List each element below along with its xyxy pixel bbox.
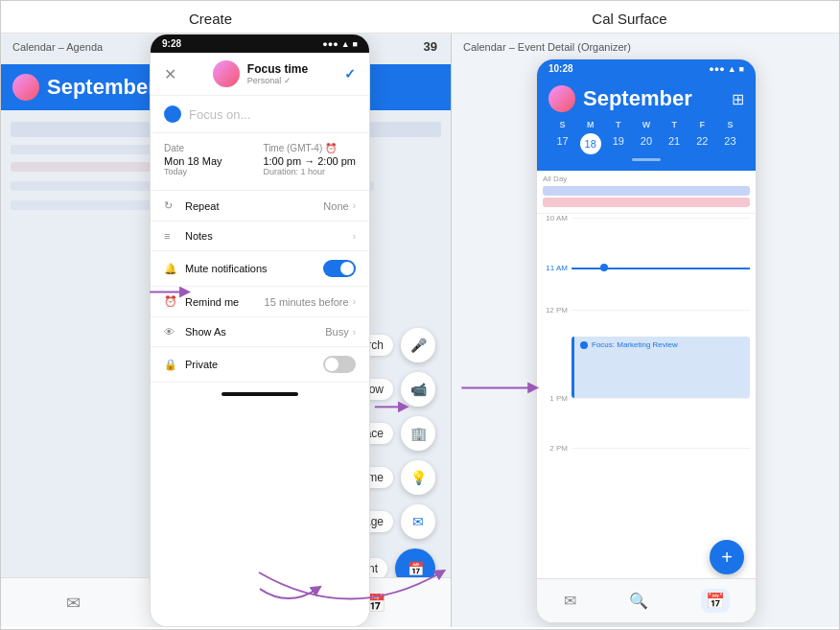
cal-month-row: September [548, 85, 692, 112]
cal-header-row: September ⊞ [548, 85, 744, 112]
private-label: Private [185, 359, 218, 370]
time-value: 1:00 pm → 2:00 pm [263, 155, 356, 167]
week-day-20[interactable]: 20 [632, 133, 660, 154]
fab-add-button[interactable]: + [710, 540, 744, 574]
repeat-row[interactable]: ↻ Repeat None › [151, 191, 369, 222]
speed-dial-btn-focus[interactable]: 💡 [401, 460, 435, 495]
mute-row[interactable]: 🔔 Mute notifications [151, 251, 369, 287]
notes-left: ≡ Notes [164, 230, 213, 242]
focus-placeholder: Focus on... [189, 107, 250, 122]
repeat-value: None [323, 200, 348, 212]
mute-label: Mute notifications [185, 263, 268, 274]
date-value: Mon 18 May [164, 155, 222, 167]
current-time-line [572, 268, 750, 269]
confirm-check-icon[interactable]: ✓ [344, 66, 356, 82]
week-day-21[interactable]: 21 [661, 133, 688, 154]
time-label-11am: 11 AM [543, 264, 572, 272]
status-time: 9:28 [162, 38, 181, 49]
time-blocks-container: 10 AM 11 AM 12 PM [537, 214, 756, 463]
cal-surface-section-title: Cal Surface [420, 11, 839, 27]
scroll-indicator [548, 158, 744, 161]
all-day-label: All Day [543, 175, 750, 183]
mute-icon: 🔔 [164, 263, 177, 275]
phone-cal-surface: 10:28 ●●● ▲ ■ September ⊞ [536, 58, 757, 623]
fab-plus-icon: + [721, 547, 733, 569]
notes-label: Notes [185, 230, 213, 242]
time-label-1pm: 1 PM [543, 394, 572, 403]
notes-icon: ≡ [164, 230, 177, 242]
show-as-icon: 👁 [164, 326, 177, 338]
week-row: 17 18 19 20 21 22 23 [548, 133, 744, 154]
show-as-right: Busy › [325, 326, 356, 338]
time-label-10am: 10 AM [543, 214, 572, 222]
speed-dial-btn-voice[interactable]: 🎤 [401, 328, 435, 362]
event-title-right: Focus: Marketing Review [592, 340, 678, 349]
private-icon: 🔒 [164, 359, 177, 371]
private-left: 🔒 Private [164, 359, 218, 371]
header-text: Focus time Personal ✓ [247, 62, 308, 85]
repeat-left: ↻ Repeat [164, 199, 219, 212]
repeat-arrow-icon: › [353, 200, 356, 211]
nav-mail-right-icon[interactable]: ✉ [564, 592, 576, 610]
time-line-12pm [572, 310, 750, 311]
week-day-18-today[interactable]: 18 [580, 133, 601, 154]
week-day-23[interactable]: 23 [716, 133, 744, 154]
current-time-dot [600, 264, 608, 271]
header-identity: Focus time Personal ✓ [213, 60, 308, 87]
nav-search-right-icon[interactable]: 🔍 [629, 592, 648, 610]
calendar-label-right: Calendar – Event Detail (Organizer) [463, 41, 631, 53]
show-as-arrow-icon: › [353, 327, 356, 338]
date-label: Date [164, 143, 222, 153]
phone-avatar [213, 60, 240, 87]
cal-grid-icon[interactable]: ⊞ [732, 90, 744, 108]
speed-dial-btn-message[interactable]: ✉ [401, 504, 435, 539]
all-day-bar-blue [543, 186, 750, 196]
phone-create: 9:28 ●●● ▲ ■ ✕ Focus time Personal ✓ ✓ [150, 34, 370, 627]
bottom-nav-right: ✉ 🔍 📅 [537, 578, 756, 622]
focus-input-row[interactable]: Focus on... [151, 96, 369, 133]
private-toggle[interactable] [323, 356, 356, 373]
date-time-row: Date Mon 18 May Today Time (GMT-4) ⏰ 1:0… [164, 143, 356, 176]
notes-arrow-icon: › [353, 231, 356, 242]
status-icons-right: ●●● ▲ ■ [709, 64, 744, 74]
cal-header: September ⊞ S M T W T F S 17 18 [537, 78, 756, 171]
show-as-value: Busy [325, 326, 348, 338]
event-dot [580, 341, 588, 349]
phone-create-header: ✕ Focus time Personal ✓ ✓ [151, 53, 369, 96]
event-container: Focus: Marketing Review [572, 337, 750, 398]
week-day-22[interactable]: 22 [688, 133, 716, 154]
show-as-left: 👁 Show As [164, 326, 226, 338]
close-icon[interactable]: ✕ [164, 65, 176, 83]
left-panel: Calendar – Agenda September 39 Voice Sea… [1, 34, 452, 627]
nav-calendar-right-icon[interactable]: 📅 [701, 589, 730, 613]
time-col: Time (GMT-4) ⏰ 1:00 pm → 2:00 pm Duratio… [263, 143, 356, 176]
remind-value: 15 minutes before [265, 296, 349, 308]
time-label-12pm: 12 PM [543, 306, 572, 315]
date-time-section: Date Mon 18 May Today Time (GMT-4) ⏰ 1:0… [151, 133, 369, 191]
nav-mail-icon[interactable]: ✉ [66, 593, 81, 614]
remind-row[interactable]: ⏰ Remind me 15 minutes before › [151, 287, 369, 317]
event-title: Focus time [247, 62, 308, 76]
private-row[interactable]: 🔒 Private [151, 347, 369, 383]
remind-label: Remind me [185, 296, 239, 308]
main-header: Create Cal Surface [1, 1, 839, 34]
cal-month-title: September [583, 86, 692, 111]
date-col: Date Mon 18 May Today [164, 143, 222, 176]
all-day-bar-pink [543, 198, 750, 207]
home-bar [222, 392, 298, 396]
week-day-19[interactable]: 19 [604, 133, 632, 154]
time-row-11am: 11 AM [537, 268, 756, 294]
notes-row[interactable]: ≡ Notes › [151, 222, 369, 251]
speed-dial-btn-meet[interactable]: 📹 [401, 372, 435, 407]
speed-dial-btn-workspace[interactable]: 🏢 [401, 416, 435, 451]
week-day-17[interactable]: 17 [548, 133, 576, 154]
focus-event-block[interactable]: Focus: Marketing Review [572, 337, 750, 398]
status-icons: ●●● ▲ ■ [322, 39, 358, 49]
show-as-row[interactable]: 👁 Show As Busy › [151, 317, 369, 347]
mute-toggle[interactable] [323, 260, 356, 277]
repeat-right: None › [323, 200, 356, 212]
status-time-right: 10:28 [548, 63, 573, 74]
cal-avatar [548, 85, 575, 112]
time-line-10am [572, 218, 750, 219]
calendar-label-left: Calendar – Agenda [12, 41, 103, 53]
